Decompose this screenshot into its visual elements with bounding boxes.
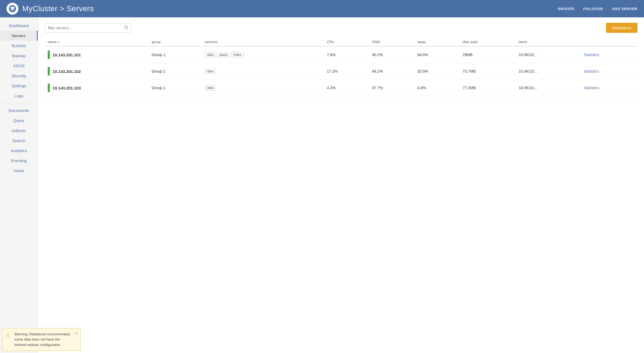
server-services: data bbox=[201, 63, 324, 80]
sidebar-item-settings[interactable]: Settings bbox=[0, 81, 38, 91]
server-swap: 4.8% bbox=[414, 80, 459, 96]
table-header-row: name ▾groupservicesCPURAMswapdisk usedit… bbox=[44, 38, 637, 46]
add-server-link[interactable]: ADD SERVER bbox=[612, 7, 637, 11]
server-name-cell: 10.143.201.103 bbox=[44, 80, 148, 96]
server-items: 10.4K/10... bbox=[516, 63, 581, 80]
statistics-link[interactable]: Statistics bbox=[584, 53, 599, 57]
status-indicator bbox=[48, 67, 50, 76]
sidebar-item-logs[interactable]: Logs bbox=[0, 91, 38, 101]
sidebar-item-views[interactable]: Views bbox=[0, 166, 38, 176]
search-icon bbox=[124, 25, 128, 30]
col-swap: swap bbox=[414, 38, 459, 46]
service-badge-index: index bbox=[231, 52, 244, 57]
status-indicator bbox=[48, 50, 50, 59]
sidebar-item-indexes[interactable]: Indexes bbox=[0, 126, 38, 136]
sidebar: DashboardServersBucketsBackupXDCRSecurit… bbox=[0, 17, 38, 353]
filter-wrap bbox=[44, 23, 131, 33]
sidebar-item-security[interactable]: Security bbox=[0, 71, 38, 81]
sidebar-item-servers[interactable]: Servers bbox=[0, 31, 38, 41]
server-services: data bbox=[201, 80, 324, 96]
warning-banner: ⚠ Warning: Rebalance recommended, some d… bbox=[2, 328, 81, 351]
col-group: group bbox=[148, 38, 201, 46]
statistics-cell: Statistics bbox=[581, 46, 637, 63]
status-indicator bbox=[48, 84, 50, 92]
server-ram: 84.2% bbox=[369, 63, 414, 80]
sidebar-item-documents[interactable]: Documents bbox=[0, 105, 38, 115]
warning-close-button[interactable]: × bbox=[75, 331, 78, 336]
table-row: 10.143.201.102Group 2data17.2%84.2%20.9%… bbox=[44, 63, 637, 80]
server-cpu: 17.2% bbox=[324, 63, 369, 80]
svg-point-3 bbox=[10, 9, 15, 11]
server-disk-used: 77.2MB bbox=[459, 80, 516, 96]
page-title: MyCluster > Servers bbox=[22, 4, 558, 13]
server-group: Group 2 bbox=[148, 63, 201, 80]
server-disk-used: 29MB bbox=[459, 46, 516, 63]
server-cpu: 7.6% bbox=[324, 46, 369, 63]
server-swap: 94.6% bbox=[414, 46, 459, 63]
col-services: services bbox=[201, 38, 324, 46]
service-badge-query: query bbox=[217, 52, 230, 57]
statistics-cell: Statistics bbox=[581, 63, 637, 80]
rebalance-button[interactable]: Rebalance bbox=[606, 23, 637, 33]
server-swap: 20.9% bbox=[414, 63, 459, 80]
sidebar-item-search[interactable]: Search bbox=[0, 136, 38, 146]
warning-icon: ⚠ bbox=[6, 332, 10, 339]
sidebar-item-dashboard[interactable]: Dashboard bbox=[0, 21, 38, 31]
server-cpu: 4.2% bbox=[324, 80, 369, 96]
server-items: 10.5K/10... bbox=[516, 46, 581, 63]
server-services: dataqueryindex bbox=[201, 46, 324, 63]
server-items: 10.5K/10... bbox=[516, 80, 581, 96]
app-body: DashboardServersBucketsBackupXDCRSecurit… bbox=[0, 17, 644, 353]
col-items: items bbox=[516, 38, 581, 46]
servers-table: name ▾groupservicesCPURAMswapdisk usedit… bbox=[44, 38, 637, 96]
statistics-link[interactable]: Statistics bbox=[584, 86, 599, 90]
search-icon-button[interactable] bbox=[124, 25, 128, 31]
sidebar-item-xdcr[interactable]: XDCR bbox=[0, 61, 38, 71]
server-ip: 10.143.201.101 bbox=[53, 53, 81, 57]
col-name-[interactable]: name ▾ bbox=[44, 38, 148, 46]
header-nav: GROUPS FAILOVER ADD SERVER bbox=[558, 7, 637, 11]
main-content: Rebalance name ▾groupservicesCPURAMswapd… bbox=[38, 17, 644, 353]
server-name-cell: 10.143.201.102 bbox=[44, 63, 148, 80]
sidebar-item-analytics[interactable]: Analytics bbox=[0, 146, 38, 156]
sidebar-item-buckets[interactable]: Buckets bbox=[0, 41, 38, 51]
statistics-cell: Statistics bbox=[581, 80, 637, 96]
app-logo bbox=[7, 3, 18, 15]
top-bar: Rebalance bbox=[44, 23, 637, 33]
statistics-link[interactable]: Statistics bbox=[584, 69, 599, 73]
table-row: 10.143.201.103Group 1data4.2%67.7%4.8%77… bbox=[44, 80, 637, 96]
failover-link[interactable]: FAILOVER bbox=[583, 7, 603, 11]
filter-input[interactable] bbox=[44, 23, 131, 33]
col-ram: RAM bbox=[369, 38, 414, 46]
server-ip: 10.143.201.102 bbox=[53, 69, 81, 74]
server-ram: 67.7% bbox=[369, 80, 414, 96]
groups-link[interactable]: GROUPS bbox=[558, 7, 575, 11]
server-ram: 90.2% bbox=[369, 46, 414, 63]
server-ip: 10.143.201.103 bbox=[53, 86, 81, 90]
service-badge-data: data bbox=[205, 85, 216, 91]
server-group: Group 1 bbox=[148, 80, 201, 96]
server-disk-used: 73.7MB bbox=[459, 63, 516, 80]
table-row: 10.143.201.101Group 1dataqueryindex7.6%9… bbox=[44, 46, 637, 63]
col-cpu: CPU bbox=[324, 38, 369, 46]
app-header: MyCluster > Servers GROUPS FAILOVER ADD … bbox=[0, 0, 644, 17]
sidebar-item-query[interactable]: Query bbox=[0, 115, 38, 126]
service-badge-data: data bbox=[205, 69, 216, 74]
col-actions bbox=[581, 38, 637, 46]
server-group: Group 1 bbox=[148, 46, 201, 63]
col-disk-used: disk used bbox=[459, 38, 516, 46]
svg-line-5 bbox=[127, 28, 128, 29]
server-name-cell: 10.143.201.101 bbox=[44, 46, 148, 63]
sidebar-item-eventing[interactable]: Eventing bbox=[0, 156, 38, 166]
sidebar-item-backup[interactable]: Backup bbox=[0, 51, 38, 61]
warning-text: Warning: Rebalance recommended, some dat… bbox=[14, 332, 71, 347]
service-badge-data: data bbox=[205, 52, 216, 57]
